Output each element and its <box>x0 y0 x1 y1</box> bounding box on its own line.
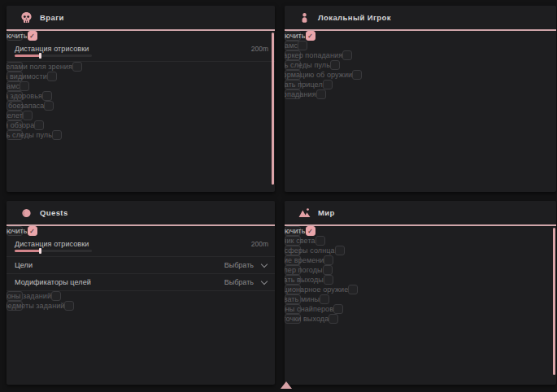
panel-title: Quests <box>40 208 68 217</box>
setting-row[interactable]: Включить✓ <box>285 31 301 41</box>
setting-row[interactable]: Смена атмосферы солнца <box>285 246 301 255</box>
checkbox[interactable] <box>47 72 57 81</box>
checkbox[interactable] <box>42 91 52 101</box>
setting-row[interactable]: Дистанция отрисовки200m <box>7 236 275 257</box>
slider-handle[interactable] <box>39 53 41 59</box>
checkbox[interactable] <box>323 80 333 89</box>
setting-row[interactable]: Модификаторы целейВыбрать <box>7 274 275 291</box>
setting-label: Показать точки выхода <box>285 316 329 323</box>
checkbox[interactable] <box>335 246 345 255</box>
checkbox[interactable] <box>352 70 362 80</box>
mod-menu-page: Враги Включить✓Дистанция отрисовки200mСт… <box>0 0 557 392</box>
distance-slider[interactable] <box>15 54 92 57</box>
slider-row-top: Дистанция отрисовки200m <box>15 240 268 248</box>
setting-row[interactable]: Включить✓ <box>285 226 301 236</box>
checkbox[interactable] <box>44 101 54 111</box>
setting-row[interactable]: Включить✓ <box>7 31 23 41</box>
setting-label: Звук попадания <box>285 91 316 98</box>
checkbox[interactable] <box>23 111 33 120</box>
dropdown[interactable]: Выбрать <box>224 261 268 269</box>
setting-row[interactable]: ЦелиВыбрать <box>7 257 275 274</box>
setting-label: Показывать мины <box>285 296 320 303</box>
setting-row[interactable]: Показать зоны заданий <box>7 291 23 301</box>
checkbox[interactable] <box>64 301 74 311</box>
setting-label: Проверка видимости <box>7 73 47 81</box>
setting-row[interactable]: Дистанция отрисовки200m <box>7 41 275 62</box>
checkbox[interactable] <box>52 130 62 140</box>
checkbox[interactable] <box>330 60 340 70</box>
setting-label: Изменение времени <box>285 257 324 264</box>
setting-row[interactable]: Показывать маркер попадания <box>285 50 301 60</box>
setting-row[interactable]: Показывать мины <box>285 294 301 304</box>
setting-row[interactable]: Показывать следы пуль <box>7 130 23 140</box>
setting-row[interactable]: Чамс <box>7 81 23 91</box>
setting-label: Показывать выходы <box>285 277 324 284</box>
setting-row[interactable]: Чамс <box>285 41 301 50</box>
setting-label: Полоска здоровья <box>7 93 42 100</box>
checkbox[interactable] <box>323 265 333 275</box>
slider-row-top: Дистанция отрисовки200m <box>15 45 268 53</box>
setting-label: Дистанция отрисовки <box>15 45 89 53</box>
setting-label: Показывать следы пуль <box>285 62 330 69</box>
setting-row[interactable]: Проверка видимости <box>7 72 23 81</box>
setting-row[interactable]: Изменение времени <box>285 255 301 265</box>
checkbox[interactable] <box>324 275 333 285</box>
setting-label: Чамс <box>285 42 298 50</box>
setting-label: Показывать предметы заданий <box>7 303 64 310</box>
setting-row[interactable]: Показывать прицел <box>285 80 301 89</box>
setting-row[interactable]: Показывать выходы <box>285 275 301 285</box>
setting-label: Показывать маркер попадания <box>285 52 342 59</box>
panel-enemies: Враги Включить✓Дистанция отрисовки200mСт… <box>7 6 275 192</box>
distance-slider[interactable] <box>15 250 92 252</box>
checkbox[interactable] <box>51 291 61 301</box>
setting-label: Модификаторы целей <box>15 278 91 286</box>
checkbox[interactable] <box>298 41 307 50</box>
setting-row[interactable]: Показать зоны снайперов <box>285 304 301 314</box>
setting-row[interactable]: Скелет <box>7 111 23 120</box>
slider-handle[interactable] <box>39 248 41 254</box>
setting-row[interactable]: Полоска здоровья <box>7 91 23 101</box>
checkbox[interactable] <box>20 81 29 91</box>
checkbox[interactable] <box>315 236 325 246</box>
checkbox[interactable] <box>316 89 326 99</box>
setting-label: Включить <box>285 228 306 235</box>
setting-row[interactable]: Контроллер погоды <box>285 265 301 275</box>
setting-row[interactable]: Источник света <box>285 236 301 246</box>
dropdown-value: Выбрать <box>224 278 254 286</box>
setting-row[interactable]: Показывать предметы заданий <box>7 301 23 311</box>
setting-row[interactable]: Показывать следы пуль <box>285 60 301 70</box>
setting-row[interactable]: Показать точки выхода <box>285 314 301 324</box>
checkbox[interactable] <box>72 62 82 72</box>
panel-header-enemies: Враги <box>7 6 275 31</box>
panel-content-enemies: Включить✓Дистанция отрисовки200mСтрелки … <box>7 31 275 192</box>
setting-row[interactable]: Показывать информацию об оружии <box>285 70 301 80</box>
checkbox[interactable]: ✓ <box>306 31 315 41</box>
checkbox[interactable]: ✓ <box>28 31 37 41</box>
setting-row[interactable]: Полоска боезапаса <box>7 101 23 111</box>
setting-label: Показывать стационарное оружие <box>285 286 348 294</box>
panel-title: Локальный Игрок <box>318 13 391 22</box>
panel-title: Враги <box>40 13 64 22</box>
dropdown[interactable]: Выбрать <box>224 278 268 286</box>
checkbox[interactable] <box>333 304 343 314</box>
setting-row[interactable]: Стрелки за пределами поля зрения <box>7 62 23 72</box>
setting-label: Включить <box>285 33 306 40</box>
setting-label: Чамс <box>7 83 20 90</box>
checkbox[interactable] <box>348 285 358 294</box>
world-icon <box>298 207 311 219</box>
setting-label: Показать зоны снайперов <box>285 306 333 313</box>
setting-row[interactable]: Звук попадания <box>285 89 301 99</box>
setting-row[interactable]: Показывать стационарное оружие <box>285 285 301 294</box>
scrollbar[interactable] <box>553 228 555 375</box>
checkbox[interactable] <box>342 50 352 60</box>
checkbox[interactable] <box>329 314 338 324</box>
checkbox[interactable] <box>324 255 333 265</box>
scrollbar[interactable] <box>272 33 274 185</box>
checkbox[interactable]: ✓ <box>28 226 37 236</box>
setting-row[interactable]: Линия обзора <box>7 120 23 130</box>
checkbox[interactable] <box>34 120 44 130</box>
setting-row[interactable]: Включить✓ <box>7 226 23 236</box>
checkbox[interactable] <box>320 294 329 304</box>
checkbox[interactable]: ✓ <box>306 226 315 236</box>
setting-label: Включить <box>7 33 28 40</box>
